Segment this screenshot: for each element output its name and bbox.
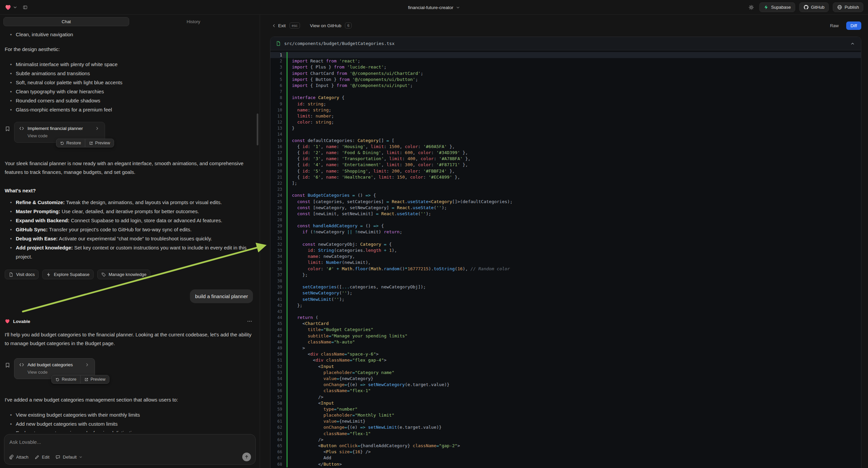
code-line: 14	[271, 131, 861, 137]
view-code-link[interactable]: View code	[28, 133, 99, 138]
code-line: 5import { Button } from '@/components/ui…	[271, 77, 861, 83]
line-number: 9	[271, 101, 286, 107]
file-path: src/components/budget/BudgetCategories.t…	[284, 41, 395, 46]
diff-button[interactable]: Diff	[846, 22, 861, 30]
assistant-header: Lovable	[5, 318, 253, 325]
bullet-item: View existing budget categories with the…	[16, 410, 253, 419]
line-number: 35	[271, 260, 286, 266]
tab-chat[interactable]: Chat	[3, 17, 129, 26]
line-number: 3	[271, 64, 286, 70]
line-number: 44	[271, 315, 286, 321]
line-number: 45	[271, 321, 286, 327]
line-number: 31	[271, 235, 286, 241]
assistant-text: For the design aesthetic:	[5, 45, 253, 54]
code-line: 3import { Plus } from 'lucide-react';	[271, 64, 861, 70]
raw-button[interactable]: Raw	[828, 23, 841, 29]
globe-icon	[837, 5, 842, 10]
line-number: 12	[271, 119, 286, 125]
preview-button[interactable]: Preview	[80, 375, 109, 383]
code-view[interactable]: 12import React from 'react';3import { Pl…	[271, 50, 861, 467]
exit-button[interactable]: Exit	[272, 23, 286, 28]
line-number: 50	[271, 351, 286, 357]
line-number: 36	[271, 266, 286, 272]
project-menu[interactable]: financial-future-creator	[408, 0, 460, 15]
code-line: 29 const handleAddCategory = () => {	[271, 223, 861, 229]
message-menu-button[interactable]	[246, 318, 253, 325]
code-line: 4import ChartCard from '@/components/ui/…	[271, 70, 861, 77]
assistant-name: Lovable	[13, 319, 30, 324]
editor-header: Exit esc View on GitHub 6 Raw Diff	[260, 15, 868, 36]
code-line: 51 <div className="flex gap-4">	[271, 357, 861, 363]
manage-knowledge-button[interactable]: Manage knowledge	[97, 270, 151, 279]
bookmark-icon[interactable]	[5, 126, 10, 131]
view-on-github-button[interactable]: View on GitHub	[310, 23, 342, 28]
code-line: 7	[271, 89, 861, 95]
line-number: 1	[271, 52, 286, 58]
attach-button[interactable]: Attach	[9, 455, 29, 460]
supabase-button[interactable]: Supabase	[759, 2, 795, 12]
code-line: 27 const [newLimit, setNewLimit] = React…	[271, 211, 861, 217]
line-number: 48	[271, 339, 286, 345]
visit-docs-button[interactable]: Visit docs	[5, 270, 39, 279]
toggle-sidebar-button[interactable]	[22, 4, 29, 11]
publish-button[interactable]: Publish	[833, 2, 863, 12]
line-number: 43	[271, 309, 286, 315]
chat-scrollbar[interactable]	[257, 114, 258, 145]
line-number: 68	[271, 461, 286, 467]
line-number: 22	[271, 180, 286, 186]
bullet-item: Add project knowledge: Set key context o…	[16, 243, 253, 261]
edit-button[interactable]: Edit	[35, 455, 49, 460]
code-line: 25 const [categories, setCategories] = R…	[271, 199, 861, 205]
supabase-icon	[764, 5, 769, 10]
explore-supabase-button[interactable]: Explore Supabase	[42, 270, 93, 279]
lovable-logo[interactable]	[5, 4, 18, 11]
send-button[interactable]	[242, 452, 251, 461]
tool-card[interactable]: Add budget categories View code RestoreP…	[14, 358, 95, 379]
code-line: 23	[271, 186, 861, 193]
code-line: 11 limit: number;	[271, 113, 861, 119]
tool-card-title: Implement financial planner	[28, 126, 83, 131]
view-code-link[interactable]: View code	[28, 370, 89, 375]
tab-history[interactable]: History	[130, 17, 256, 26]
line-number: 38	[271, 278, 286, 284]
line-number: 65	[271, 443, 286, 449]
code-icon	[19, 362, 24, 367]
tool-card[interactable]: Implement financial planner View code Re…	[14, 122, 105, 143]
topbar: financial-future-creator Supabase GitHub…	[0, 0, 868, 15]
settings-button[interactable]	[747, 3, 755, 11]
bullet-item: Clean, intuitive navigation	[16, 30, 253, 39]
bullet-item: Each category gets a unique color for vi…	[16, 429, 253, 432]
line-number: 17	[271, 150, 286, 156]
code-line: 15const defaultCategories: Category[] = …	[271, 138, 861, 144]
code-line: 28	[271, 217, 861, 223]
code-line: 41 setNewLimit('');	[271, 296, 861, 302]
code-line: 40 setNewCategory('');	[271, 290, 861, 296]
bullet-list: Minimalist interface with plenty of whit…	[5, 60, 253, 114]
line-number: 27	[271, 211, 286, 217]
line-number: 23	[271, 186, 286, 193]
line-number: 60	[271, 412, 286, 418]
restore-button[interactable]: Restore	[52, 375, 80, 383]
tool-card-actions: RestorePreview	[56, 139, 114, 147]
line-number: 51	[271, 357, 286, 363]
collapse-button[interactable]	[849, 40, 856, 47]
composer: AttachEditDefault	[4, 434, 256, 465]
bookmark-icon[interactable]	[5, 362, 10, 368]
code-line: 26 const [newCategory, setNewCategory] =…	[271, 205, 861, 211]
line-number: 11	[271, 113, 286, 119]
github-button[interactable]: GitHub	[799, 2, 829, 12]
restore-button[interactable]: Restore	[56, 139, 85, 147]
tag-icon	[101, 272, 106, 277]
docs-icon	[9, 272, 13, 277]
line-number: 63	[271, 431, 286, 437]
assistant-text: I'll help you add budget categories to t…	[5, 330, 253, 348]
preview-button[interactable]: Preview	[85, 139, 114, 147]
chevron-right-icon	[95, 126, 99, 130]
bullet-item: Rounded corners and subtle shadows	[16, 96, 253, 105]
chat-input[interactable]	[9, 438, 251, 446]
code-line: 65 <Button onClick={handleAddCategory} c…	[271, 443, 861, 449]
default-mode-button[interactable]: Default	[55, 455, 83, 460]
file-header[interactable]: src/components/budget/BudgetCategories.t…	[271, 37, 861, 50]
line-number: 6	[271, 83, 286, 89]
code-line: 44 return (	[271, 315, 861, 321]
